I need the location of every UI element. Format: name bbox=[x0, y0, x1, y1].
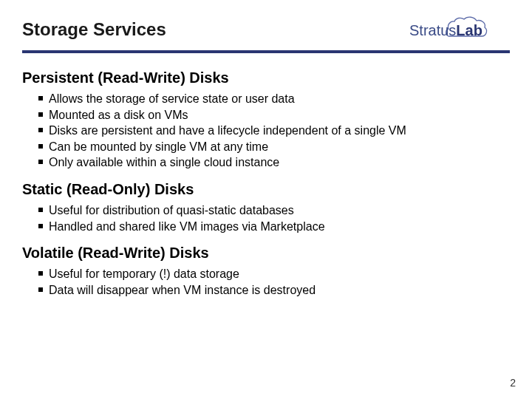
page-number: 2 bbox=[510, 377, 516, 389]
section-heading: Static (Read-Only) Disks bbox=[22, 181, 510, 198]
logo-text-b: Lab bbox=[456, 22, 482, 38]
list-item: Disks are persistent and have a lifecycl… bbox=[38, 123, 510, 139]
slide: Storage Services StratusLab Persistent (… bbox=[0, 0, 532, 399]
list-item: Allows the storage of service state or u… bbox=[38, 91, 510, 107]
svg-text:StratusLab: StratusLab bbox=[409, 22, 482, 38]
list-item: Mounted as a disk on VMs bbox=[38, 107, 510, 123]
logo-text-a: Stratus bbox=[409, 22, 456, 38]
stratuslab-logo: StratusLab bbox=[406, 13, 510, 46]
bullet-list: Allows the storage of service state or u… bbox=[22, 91, 510, 171]
list-item: Handled and shared like VM images via Ma… bbox=[38, 219, 510, 235]
list-item: Only available within a single cloud ins… bbox=[38, 154, 510, 171]
section-heading: Persistent (Read-Write) Disks bbox=[22, 69, 510, 86]
header-rule bbox=[22, 50, 510, 53]
list-item: Can be mounted by single VM at any time bbox=[38, 139, 510, 155]
section-heading: Volatile (Read-Write) Disks bbox=[22, 245, 510, 262]
list-item: Useful for distribution of quasi-static … bbox=[38, 202, 510, 219]
bullet-list: Useful for temporary (!) data storage Da… bbox=[22, 266, 510, 298]
cloud-logo-icon: StratusLab bbox=[406, 13, 510, 46]
page-title: Storage Services bbox=[22, 19, 166, 40]
list-item: Useful for temporary (!) data storage bbox=[38, 266, 510, 282]
bullet-list: Useful for distribution of quasi-static … bbox=[22, 202, 510, 234]
list-item: Data will disappear when VM instance is … bbox=[38, 282, 510, 299]
header-row: Storage Services StratusLab bbox=[22, 13, 510, 46]
